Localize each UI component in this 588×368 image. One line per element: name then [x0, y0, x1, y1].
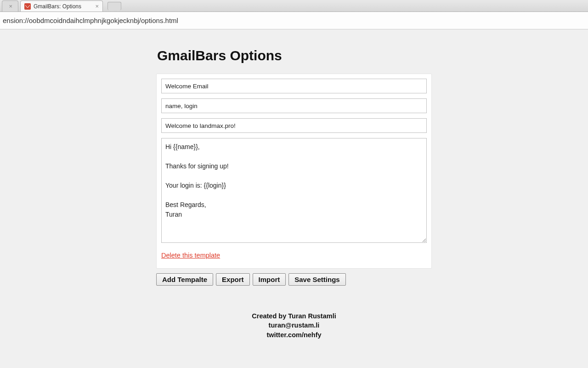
- export-button[interactable]: Export: [216, 273, 250, 286]
- template-body-textarea[interactable]: [161, 138, 427, 243]
- footer-credits: Created by Turan Rustamli turan@rustam.l…: [156, 311, 432, 339]
- button-row: Add Tempalte Export Import Save Settings: [156, 273, 432, 286]
- template-variables-input[interactable]: [161, 98, 427, 113]
- address-text: ension://oobdmcoidndaihclmphnjkgokjecknb…: [3, 17, 178, 24]
- page-body: GmailBars Options Delete this template A…: [0, 29, 588, 339]
- browser-tab-active[interactable]: GmailBars: Options ×: [20, 0, 103, 12]
- gmail-icon: [24, 3, 31, 10]
- footer-email: turan@rustam.li: [156, 321, 432, 330]
- template-name-input[interactable]: [161, 79, 427, 93]
- close-icon[interactable]: ×: [95, 3, 99, 10]
- new-tab-button[interactable]: [107, 2, 121, 10]
- page-title: GmailBars Options: [156, 48, 432, 63]
- save-settings-button[interactable]: Save Settings: [288, 273, 345, 286]
- browser-tab-inactive[interactable]: ×: [2, 0, 18, 12]
- import-button[interactable]: Import: [253, 273, 286, 286]
- address-bar[interactable]: ension://oobdmcoidndaihclmphnjkgokjecknb…: [0, 12, 588, 29]
- footer-twitter: twitter.com/nehfy: [156, 330, 432, 339]
- add-template-button[interactable]: Add Tempalte: [156, 273, 213, 286]
- close-icon[interactable]: ×: [9, 3, 12, 10]
- template-subject-input[interactable]: [161, 118, 427, 133]
- template-card: Delete this template: [156, 74, 432, 269]
- delete-template-link[interactable]: Delete this template: [161, 252, 220, 259]
- browser-tab-title: GmailBars: Options: [34, 3, 81, 10]
- browser-tab-strip: × GmailBars: Options ×: [0, 0, 588, 12]
- footer-author: Created by Turan Rustamli: [156, 311, 432, 321]
